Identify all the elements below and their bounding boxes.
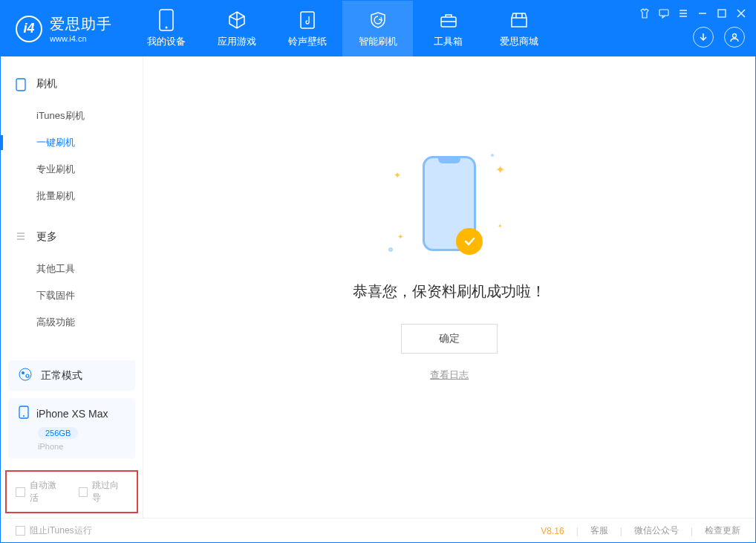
nav-tab-store[interactable]: 爱思商城 — [483, 1, 554, 56]
section-title: 刷机 — [36, 77, 57, 91]
header: i4 爱思助手 www.i4.cn 我的设备 应用游戏 铃声壁纸 智能刷机 工具… — [1, 1, 755, 56]
divider: | — [576, 526, 579, 536]
view-log-link[interactable]: 查看日志 — [430, 368, 469, 382]
feedback-icon[interactable] — [659, 8, 669, 22]
close-button[interactable] — [736, 8, 746, 22]
svg-rect-2 — [301, 12, 314, 28]
wechat-link[interactable]: 微信公众号 — [634, 524, 679, 537]
nav-tab-apps[interactable]: 应用游戏 — [201, 1, 272, 56]
menu-icon[interactable] — [678, 8, 688, 22]
svg-rect-4 — [659, 10, 668, 16]
nav-label: 智能刷机 — [359, 35, 397, 48]
logo-icon: i4 — [16, 16, 42, 42]
divider: | — [691, 526, 693, 536]
confirm-button[interactable]: 确定 — [401, 324, 498, 354]
sidebar-item-pro[interactable]: 专业刷机 — [1, 156, 143, 183]
update-link[interactable]: 检查更新 — [705, 524, 740, 537]
main-content: ✦ ✦ ✦ ✦ 恭喜您，保资料刷机成功啦！ 确定 查看日志 — [143, 56, 755, 518]
nav-tab-ringtones[interactable]: 铃声壁纸 — [272, 1, 342, 56]
sync-icon — [19, 368, 32, 383]
mode-label: 正常模式 — [41, 369, 82, 383]
checkbox-icon — [16, 487, 25, 497]
mode-card[interactable]: 正常模式 — [8, 360, 135, 391]
sparkle-icon: ✦ — [397, 233, 403, 241]
storage-badge: 256GB — [38, 427, 78, 439]
nav-tab-flash[interactable]: 智能刷机 — [342, 1, 413, 56]
logo-text: 爱思助手 www.i4.cn — [50, 14, 112, 43]
sidebar-section-flash[interactable]: 刷机 — [1, 71, 143, 97]
svg-point-8 — [19, 368, 31, 380]
user-button[interactable] — [724, 27, 745, 48]
phone-small-icon — [16, 78, 27, 90]
checkbox-row: 自动激活 跳过向导 — [5, 470, 138, 513]
footer: 阻止iTunes运行 V8.16 | 客服 | 微信公众号 | 检查更新 — [1, 518, 755, 543]
checkbox-auto-activate[interactable]: 自动激活 — [16, 479, 65, 504]
svg-rect-5 — [718, 10, 726, 17]
sidebar-item-firmware[interactable]: 下载固件 — [1, 282, 143, 309]
version-label: V8.16 — [541, 526, 564, 536]
sidebar-item-advanced[interactable]: 高级功能 — [1, 309, 143, 336]
device-name: iPhone XS Max — [36, 408, 108, 420]
device-icon — [156, 10, 177, 30]
maximize-button[interactable] — [717, 8, 727, 22]
nav-tab-toolbox[interactable]: 工具箱 — [413, 1, 483, 56]
checkbox-stop-itunes[interactable]: 阻止iTunes运行 — [16, 524, 92, 537]
download-button[interactable] — [693, 27, 714, 48]
cube-icon — [227, 10, 247, 30]
nav-label: 爱思商城 — [500, 35, 538, 48]
sparkle-icon: ✦ — [495, 163, 505, 177]
success-illustration: ✦ ✦ ✦ ✦ — [375, 148, 524, 259]
sidebar-item-itunes[interactable]: iTunes刷机 — [1, 103, 143, 129]
footer-right: V8.16 | 客服 | 微信公众号 | 检查更新 — [541, 524, 740, 537]
phone-notch — [438, 156, 460, 163]
check-badge-icon — [456, 228, 483, 255]
sidebar-content: 刷机 iTunes刷机 一键刷机 专业刷机 批量刷机 更多 其他工具 下载固件 … — [1, 56, 143, 353]
app-title: 爱思助手 — [50, 14, 112, 34]
device-card[interactable]: iPhone XS Max 256GB iPhone — [8, 398, 135, 458]
app-url: www.i4.cn — [50, 34, 112, 43]
sidebar-item-oneclick[interactable]: 一键刷机 — [1, 129, 143, 156]
header-right-bottom — [693, 27, 745, 48]
window-controls — [639, 8, 746, 22]
svg-point-12 — [23, 415, 25, 417]
minimize-button[interactable] — [697, 8, 708, 22]
sidebar-item-batch[interactable]: 批量刷机 — [1, 183, 143, 209]
svg-point-9 — [22, 371, 25, 374]
nav-label: 我的设备 — [147, 35, 186, 48]
svg-rect-7 — [16, 79, 25, 91]
dot-icon — [388, 247, 393, 252]
sparkle-icon: ✦ — [394, 170, 401, 181]
nav-tabs: 我的设备 应用游戏 铃声壁纸 智能刷机 工具箱 爱思商城 — [131, 1, 554, 56]
checkbox-label: 自动激活 — [30, 479, 65, 504]
checkbox-skip-guide[interactable]: 跳过向导 — [79, 479, 128, 504]
checkbox-label: 跳过向导 — [92, 479, 128, 504]
sidebar-item-othertools[interactable]: 其他工具 — [1, 256, 143, 282]
divider: | — [620, 526, 622, 536]
footer-left: 阻止iTunes运行 — [16, 524, 92, 537]
sidebar: 刷机 iTunes刷机 一键刷机 专业刷机 批量刷机 更多 其他工具 下载固件 … — [1, 56, 143, 518]
body-area: 刷机 iTunes刷机 一键刷机 专业刷机 批量刷机 更多 其他工具 下载固件 … — [1, 56, 755, 518]
nav-tab-device[interactable]: 我的设备 — [131, 1, 201, 56]
shield-icon — [368, 10, 388, 30]
svg-point-10 — [26, 374, 29, 377]
nav-label: 工具箱 — [434, 35, 463, 48]
success-message: 恭喜您，保资料刷机成功啦！ — [353, 282, 546, 302]
list-icon — [16, 231, 27, 243]
toolbox-icon — [438, 10, 459, 30]
svg-point-1 — [165, 26, 167, 28]
checkbox-icon — [16, 526, 25, 536]
support-link[interactable]: 客服 — [590, 524, 608, 537]
logo-area[interactable]: i4 爱思助手 www.i4.cn — [1, 14, 131, 43]
tshirt-icon[interactable] — [639, 8, 650, 22]
device-name-row: iPhone XS Max — [19, 406, 125, 421]
sidebar-section-more[interactable]: 更多 — [1, 224, 143, 250]
store-icon — [509, 10, 529, 30]
music-doc-icon — [297, 10, 318, 30]
phone-illustration — [423, 156, 476, 251]
checkbox-label: 阻止iTunes运行 — [30, 524, 92, 537]
dot-icon — [491, 154, 494, 157]
device-type: iPhone — [38, 442, 125, 451]
phone-icon — [19, 406, 29, 421]
sparkle-icon: ✦ — [498, 223, 503, 230]
nav-label: 应用游戏 — [218, 35, 256, 48]
